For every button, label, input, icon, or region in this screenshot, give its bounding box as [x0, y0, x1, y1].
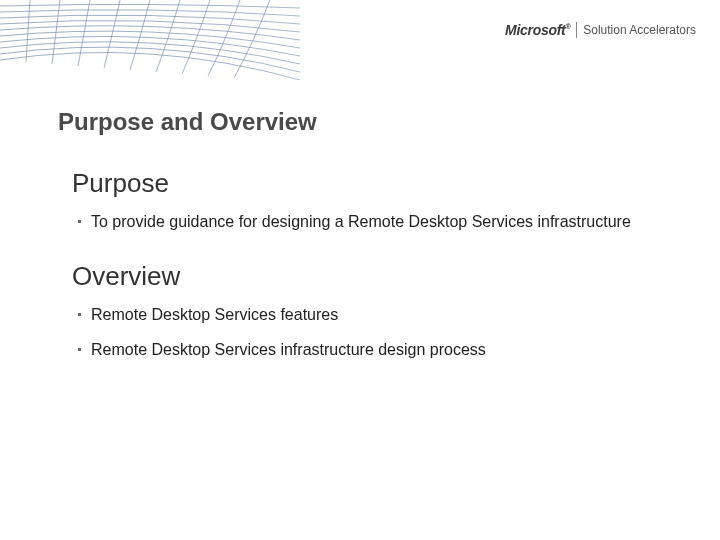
brand-divider — [576, 22, 577, 38]
bullet-text: Remote Desktop Services infrastructure d… — [91, 339, 486, 361]
list-item: Remote Desktop Services features — [72, 304, 632, 326]
decorative-mesh — [0, 0, 300, 80]
bullet-icon — [78, 220, 81, 223]
list-item: Remote Desktop Services infrastructure d… — [72, 339, 632, 361]
list-item: To provide guidance for designing a Remo… — [72, 211, 632, 233]
section-heading-purpose: Purpose — [72, 168, 632, 199]
bullet-icon — [78, 313, 81, 316]
slide-content: Purpose To provide guidance for designin… — [72, 160, 632, 375]
bullet-icon — [78, 348, 81, 351]
slide-title: Purpose and Overview — [58, 108, 317, 136]
bullet-text: Remote Desktop Services features — [91, 304, 338, 326]
product-name: Solution Accelerators — [583, 23, 696, 37]
microsoft-logo: Microsoft® — [505, 22, 570, 38]
bullet-text: To provide guidance for designing a Remo… — [91, 211, 631, 233]
brand-header: Microsoft® Solution Accelerators — [505, 22, 696, 38]
section-heading-overview: Overview — [72, 261, 632, 292]
